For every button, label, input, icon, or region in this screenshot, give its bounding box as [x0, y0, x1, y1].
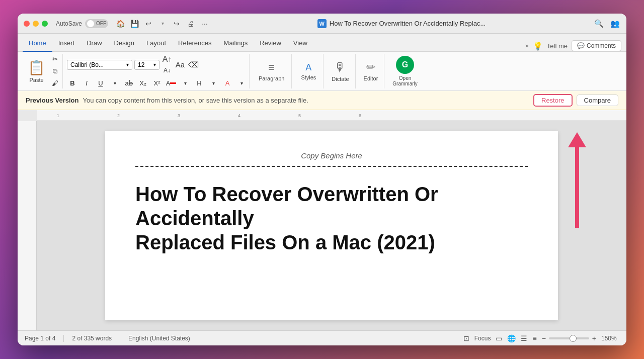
font-grow-button[interactable]: A↑: [162, 54, 173, 65]
web-view-icon[interactable]: 🌐: [507, 334, 516, 342]
svg-text:3: 3: [178, 113, 180, 118]
format-painter-button[interactable]: 🖌: [49, 78, 60, 89]
font-size-dropdown[interactable]: 12 ▾: [134, 60, 159, 70]
font-size-chevron: ▾: [153, 62, 156, 67]
dictate-icon: 🎙: [334, 60, 346, 74]
clear-format-button[interactable]: ⌫: [188, 59, 199, 70]
tab-insert[interactable]: Insert: [52, 36, 81, 52]
outline-view-icon[interactable]: ☰: [521, 334, 527, 342]
editor-button[interactable]: ✏ Editor: [360, 59, 382, 83]
search-icon[interactable]: 🔍: [593, 18, 604, 29]
paste-icon: 📋: [28, 59, 45, 76]
tab-draw[interactable]: Draw: [80, 36, 108, 52]
fullscreen-button[interactable]: [42, 21, 48, 27]
styles-button[interactable]: A Styles: [296, 60, 321, 82]
font-size-value: 12: [138, 61, 144, 68]
copy-button[interactable]: ⧉: [49, 66, 60, 77]
share-icon[interactable]: 👥: [609, 18, 620, 29]
ribbon-tabs: Home Insert Draw Design Layout Reference…: [18, 34, 626, 52]
zoom-in-button[interactable]: +: [592, 334, 596, 342]
zoom-track[interactable]: [549, 337, 589, 339]
more-options-icon[interactable]: ···: [200, 19, 210, 29]
italic-button[interactable]: I: [81, 78, 92, 89]
svg-text:6: 6: [359, 113, 361, 118]
zoom-thumb[interactable]: [570, 335, 577, 342]
strikethrough-button[interactable]: ab̶: [123, 78, 134, 89]
close-button[interactable]: [24, 21, 30, 27]
font-group: Calibri (Bo... ▾ 12 ▾ A↑ A↓ Aa ⌫ B: [65, 54, 250, 88]
font-name-value: Calibri (Bo...: [70, 61, 104, 68]
document-page: Copy Begins Here How To Recover Overwrit…: [105, 131, 558, 320]
toggle-state: OFF: [96, 21, 106, 26]
styles-label: Styles: [301, 74, 316, 80]
zoom-out-button[interactable]: −: [542, 334, 546, 342]
dashed-separator: [135, 166, 528, 167]
bold-button[interactable]: B: [67, 78, 78, 89]
clipboard-small-btns: ✂ ⧉ 🖌: [49, 54, 60, 89]
restore-button[interactable]: Restore: [533, 94, 573, 107]
highlight-dropdown[interactable]: ▾: [208, 78, 219, 89]
home-icon[interactable]: 🏠: [115, 19, 125, 29]
paste-button[interactable]: 📋 Paste: [25, 57, 48, 85]
undo-icon[interactable]: ↩: [143, 19, 153, 29]
lightbulb-icon: 💡: [533, 41, 543, 51]
previous-version-bar: Previous Version You can copy content fr…: [18, 91, 626, 110]
document-area: 1 2 3 4 5 6 Copy Begins Here How To Reco…: [18, 110, 626, 330]
editor-icon: ✏: [366, 61, 375, 74]
change-case-button[interactable]: Aa: [175, 59, 186, 70]
tab-view[interactable]: View: [287, 36, 313, 52]
focus-icon[interactable]: ⊡: [463, 334, 469, 342]
open-grammarly-button[interactable]: G OpenGrammarly: [388, 54, 421, 88]
title-bar-right: 🔍 👥: [593, 18, 620, 29]
arrow-shaft: [575, 147, 579, 228]
copy-begins-text: Copy Begins Here: [135, 151, 528, 160]
prev-version-text: You can copy content from this version, …: [83, 97, 530, 104]
focus-label[interactable]: Focus: [474, 335, 491, 342]
tab-review[interactable]: Review: [254, 36, 287, 52]
grammarly-letter: G: [402, 60, 408, 69]
undo-dropdown-icon[interactable]: ▾: [157, 19, 168, 29]
horizontal-ruler: 1 2 3 4 5 6: [37, 110, 626, 121]
tab-layout[interactable]: Layout: [140, 36, 172, 52]
reading-view-icon[interactable]: ≡: [532, 334, 536, 342]
cut-button[interactable]: ✂: [49, 54, 60, 65]
comments-button[interactable]: 💬 Comments: [572, 40, 621, 51]
autosave-area: AutoSave OFF: [56, 19, 108, 28]
save-icon[interactable]: 💾: [129, 19, 139, 29]
tab-design[interactable]: Design: [108, 36, 140, 52]
status-icons: ⊡ Focus ▭ 🌐 ☰ ≡ − + 150%: [463, 334, 619, 342]
underline-button[interactable]: U: [95, 78, 106, 89]
redo-icon[interactable]: ↪: [172, 19, 182, 29]
paragraph-button[interactable]: ≡ Paragraph: [254, 59, 289, 83]
autosave-toggle[interactable]: OFF: [85, 19, 108, 28]
highlight-button[interactable]: H: [194, 78, 205, 89]
font-color-button[interactable]: A: [166, 78, 177, 89]
tell-me-text[interactable]: Tell me: [547, 42, 568, 50]
superscript-button[interactable]: X²: [151, 78, 163, 89]
font-controls: Calibri (Bo... ▾ 12 ▾ A↑ A↓ Aa ⌫ B: [67, 54, 247, 89]
document-title: How To Recover Overwritten Or Accidental…: [135, 182, 528, 254]
tab-mailings[interactable]: Mailings: [218, 36, 254, 52]
underline-dropdown[interactable]: ▾: [109, 78, 120, 89]
font-name-dropdown[interactable]: Calibri (Bo... ▾: [67, 60, 132, 70]
tab-references[interactable]: References: [172, 36, 217, 52]
tab-home[interactable]: Home: [23, 36, 52, 52]
language: English (United States): [128, 335, 190, 342]
paragraph-icon: ≡: [268, 61, 275, 74]
shading-button[interactable]: A: [222, 78, 233, 89]
dictate-button[interactable]: 🎙 Dictate: [328, 58, 353, 84]
more-tabs-icon[interactable]: »: [525, 42, 529, 49]
font-shrink-button[interactable]: A↓: [162, 65, 173, 76]
shading-dropdown[interactable]: ▾: [236, 78, 247, 89]
font-grow-shrink: A↑ A↓: [162, 54, 173, 76]
minimize-button[interactable]: [33, 21, 39, 27]
compare-button[interactable]: Compare: [577, 95, 618, 106]
grammarly-label: OpenGrammarly: [392, 75, 417, 86]
word-icon-letter: W: [319, 21, 325, 27]
font-color-dropdown[interactable]: ▾: [180, 78, 191, 89]
subscript-button[interactable]: X₂: [137, 78, 148, 89]
grammarly-group: G OpenGrammarly: [386, 54, 423, 88]
layout-view-icon[interactable]: ▭: [496, 334, 502, 342]
word-count: 2 of 335 words: [72, 335, 112, 342]
print-icon[interactable]: 🖨: [186, 19, 196, 29]
